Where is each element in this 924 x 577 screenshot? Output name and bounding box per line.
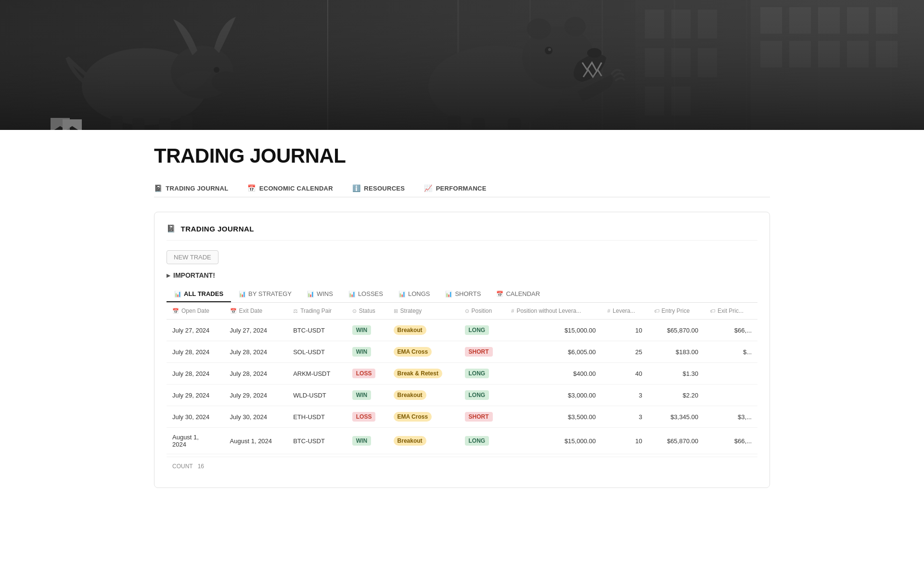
status-badge: WIN [352,325,371,335]
table-header-row: 📅 Open Date 📅 Exit Date [167,303,757,320]
trading-journal-icon: 📓 [154,184,162,192]
cell-exit-date: July 30, 2024 [224,406,288,428]
col-exit-date: 📅 Exit Date [224,303,288,320]
cell-exit-price: $66,... [704,428,757,454]
cell-exit-price: $... [704,341,757,363]
tab-all-trades[interactable]: 📊 ALL TRADES [167,286,231,302]
cell-open-date: July 27, 2024 [167,320,224,341]
table-row[interactable]: July 28, 2024 July 28, 2024 SOL-USDT WIN… [167,341,757,363]
cell-position: LONG [459,385,506,406]
cell-open-date: July 28, 2024 [167,341,224,363]
cell-trading-pair: BTC-USDT [287,320,346,341]
strategy-badge: Breakout [394,436,426,446]
cell-leverage: 3 [602,385,648,406]
strategy-badge: Breakout [394,390,426,400]
col-position-icon: ⊙ [465,308,469,314]
tab-wins-icon: 📊 [307,291,314,297]
tab-wins[interactable]: 📊 WINS [299,286,341,302]
status-badge: LOSS [352,412,376,422]
cell-status: LOSS [346,363,388,385]
table-row[interactable]: July 28, 2024 July 28, 2024 ARKM-USDT LO… [167,363,757,385]
cell-exit-date: July 28, 2024 [224,341,288,363]
position-badge: LONG [465,325,489,335]
cell-position: SHORT [459,406,506,428]
status-badge: WIN [352,347,371,357]
nav-item-resources[interactable]: ℹ️ RESOURCES [352,180,424,197]
cell-position: LONG [459,363,506,385]
cell-exit-price [704,385,757,406]
important-section[interactable]: ▶ IMPORTANT! [167,271,757,279]
nav-item-performance[interactable]: 📈 PERFORMANCE [424,180,505,197]
nav-item-economic-calendar[interactable]: 📅 ECONOMIC CALENDAR [247,180,352,197]
cell-position-leverage: $3,000.00 [505,385,602,406]
cell-position-leverage: $400.00 [505,363,602,385]
cell-exit-price [704,363,757,385]
col-trading-pair-icon: ⚖ [293,308,298,314]
col-leverage-icon: # [607,308,610,314]
cell-open-date: July 30, 2024 [167,406,224,428]
table-row[interactable]: July 30, 2024 July 30, 2024 ETH-USDT LOS… [167,406,757,428]
cell-trading-pair: ETH-USDT [287,406,346,428]
col-strategy: ⊞ Strategy [388,303,459,320]
tab-calendar[interactable]: 📅 CALENDAR [488,286,548,302]
tab-shorts[interactable]: 📊 SHORTS [437,286,488,302]
cell-position: LONG [459,320,506,341]
cell-status: WIN [346,385,388,406]
cell-trading-pair: BTC-USDT [287,428,346,454]
cell-position-leverage: $15,000.00 [505,428,602,454]
count-label: COUNT [172,463,193,470]
col-strategy-icon: ⊞ [394,308,398,314]
cell-trading-pair: ARKM-USDT [287,363,346,385]
table-row[interactable]: July 27, 2024 July 27, 2024 BTC-USDT WIN… [167,320,757,341]
triangle-icon: ▶ [167,273,170,278]
cell-leverage: 10 [602,320,648,341]
hero-banner [0,0,924,130]
cell-strategy: Break & Retest [388,363,459,385]
col-exit-price: 🏷 Exit Pric... [704,303,757,320]
col-open-date: 📅 Open Date [167,303,224,320]
svg-rect-47 [0,0,924,130]
cell-strategy: Breakout [388,385,459,406]
position-badge: SHORT [465,412,493,422]
cell-open-date: July 28, 2024 [167,363,224,385]
cell-exit-date: July 29, 2024 [224,385,288,406]
tab-losses-icon: 📊 [348,291,356,297]
performance-icon: 📈 [424,184,432,192]
nav-item-trading-journal[interactable]: 📓 TRADING JOURNAL [154,180,247,197]
status-badge: WIN [352,436,371,446]
count-value: 16 [198,463,204,470]
cell-leverage: 25 [602,341,648,363]
cell-position: LONG [459,428,506,454]
cell-trading-pair: WLD-USDT [287,385,346,406]
tab-shorts-icon: 📊 [445,291,452,297]
table-row[interactable]: August 1, 2024 August 1, 2024 BTC-USDT W… [167,428,757,454]
cell-exit-price: $66,... [704,320,757,341]
page-title: TRADING JOURNAL [154,144,770,167]
tab-losses[interactable]: 📊 LOSSES [341,286,391,302]
col-exit-price-icon: 🏷 [710,308,715,314]
cell-trading-pair: SOL-USDT [287,341,346,363]
cell-exit-date: July 28, 2024 [224,363,288,385]
cell-strategy: EMA Cross [388,341,459,363]
tab-by-strategy[interactable]: 📊 BY STRATEGY [231,286,299,302]
new-trade-button[interactable]: NEW TRADE [167,250,218,264]
cell-status: WIN [346,320,388,341]
cell-status: LOSS [346,406,388,428]
tab-longs[interactable]: 📊 LONGS [391,286,438,302]
strategy-badge: EMA Cross [394,347,432,357]
cell-entry-price: $183.00 [648,341,704,363]
table-row[interactable]: July 29, 2024 July 29, 2024 WLD-USDT WIN… [167,385,757,406]
calendar-icon: 📅 [247,184,256,192]
strategy-badge: Break & Retest [394,369,442,378]
cell-exit-date: July 27, 2024 [224,320,288,341]
position-badge: SHORT [465,347,493,357]
count-bar: COUNT 16 [167,457,757,475]
main-card: 📓 TRADING JOURNAL NEW TRADE ▶ IMPORTANT!… [154,212,770,488]
col-position-leverage-icon: # [511,308,514,314]
info-icon: ℹ️ [352,184,360,192]
cell-entry-price: $65,870.00 [648,320,704,341]
tab-longs-icon: 📊 [398,291,406,297]
trades-table: 📅 Open Date 📅 Exit Date [167,303,757,454]
cell-leverage: 10 [602,428,648,454]
cell-position-leverage: $15,000.00 [505,320,602,341]
